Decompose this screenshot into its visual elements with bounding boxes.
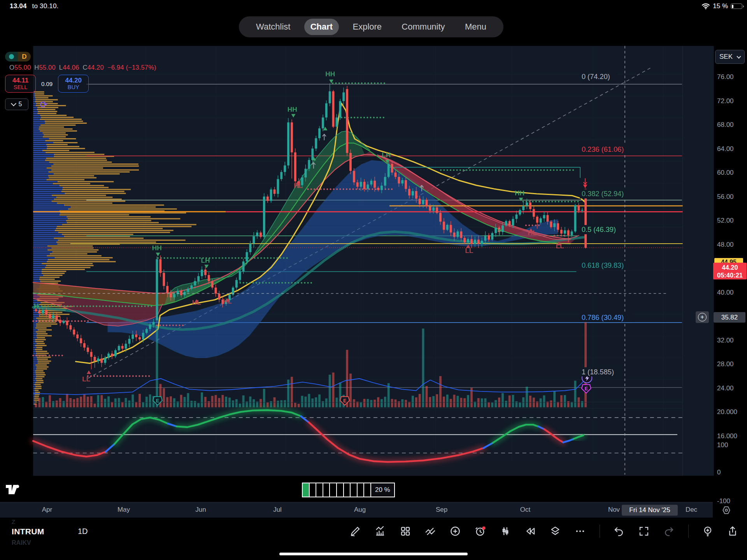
object-tree-layers-icon[interactable] <box>549 525 561 537</box>
bar-countdown: 05:40:21 <box>713 271 747 279</box>
chevron-down-icon <box>11 101 16 106</box>
status-time-date: 13.04to 30.10. <box>10 2 59 10</box>
month-label-nov: Nov <box>608 506 620 514</box>
svg-text:0.786 (30.49): 0.786 (30.49) <box>582 314 624 321</box>
month-label-jun: Jun <box>195 506 206 514</box>
month-label-aug: Aug <box>354 506 366 514</box>
price-tick: 60.00 <box>717 169 734 177</box>
month-label-jul: Jul <box>273 506 282 514</box>
price-tick: 20.000 <box>717 408 737 416</box>
chart-settings-sliders-icon[interactable] <box>500 525 511 537</box>
trade-buttons: 44.11 SELL 0.09 44.20 BUY <box>5 75 89 93</box>
alert-clock-icon[interactable] <box>474 525 486 537</box>
more-options-icon[interactable] <box>574 525 586 537</box>
fullscreen-icon[interactable] <box>638 525 650 537</box>
symbol-subtitle: RAIKV <box>12 539 31 546</box>
price-tick: 40.00 <box>717 289 734 297</box>
status-time: 13.04 <box>10 2 27 10</box>
undo-icon[interactable] <box>613 525 625 537</box>
top-navigation: Watchlist Chart Explore Community Menu <box>239 16 503 37</box>
tab-community[interactable]: Community <box>395 19 451 35</box>
buy-price: 44.20 <box>58 77 88 84</box>
price-tick: 68.00 <box>717 121 734 129</box>
buy-button[interactable]: 44.20 BUY <box>58 75 89 93</box>
layout-grid-icon[interactable] <box>400 525 411 537</box>
price-tick: 56.00 <box>717 193 734 201</box>
low-value: 44.06 <box>63 64 79 71</box>
svg-text:0 (74.20): 0 (74.20) <box>582 73 610 81</box>
price-tick: 32.00 <box>717 337 734 344</box>
timeframe-badge[interactable]: D <box>18 52 31 61</box>
price-tick: 76.00 <box>717 73 734 81</box>
svg-text:E: E <box>343 398 347 404</box>
svg-text:LH: LH <box>201 256 210 264</box>
oscillator-tick: 100 <box>717 441 728 449</box>
add-plus-icon[interactable] <box>449 525 461 537</box>
oscillator-percent-label: 20 % <box>370 483 395 497</box>
oscillator-progress-widget: 20 % <box>303 483 395 497</box>
tab-chart[interactable]: Chart <box>304 19 339 35</box>
tradingview-logo-icon[interactable] <box>5 483 21 496</box>
price-tick: 24.00 <box>717 384 734 392</box>
tab-menu[interactable]: Menu <box>459 19 493 35</box>
last-price: 44.20 <box>713 263 747 271</box>
home-indicator[interactable] <box>279 553 468 555</box>
close-value: 44.20 <box>88 64 104 71</box>
svg-text:LL: LL <box>556 242 565 250</box>
timeframe-selector[interactable]: 1D <box>78 527 88 536</box>
month-label-apr: Apr <box>42 506 52 514</box>
sell-button[interactable]: 44.11 SELL <box>5 75 36 93</box>
month-label-dec: Dec <box>686 506 697 514</box>
svg-text:LH: LH <box>382 151 391 159</box>
z-watermark: Z <box>12 518 15 525</box>
svg-text:0.382 (52.94): 0.382 (52.94) <box>582 190 624 198</box>
battery-icon <box>731 4 742 9</box>
ideas-bulb-icon[interactable] <box>702 525 714 537</box>
crosshair-date-tag: Fri 14 Nov '25 <box>622 505 678 516</box>
chevron-down-icon <box>736 54 741 58</box>
sell-price: 44.11 <box>5 77 35 84</box>
oscillator-tick: -100 <box>717 497 730 505</box>
price-tick: 52.00 <box>717 217 734 225</box>
timeframe-pill[interactable]: D <box>5 52 31 61</box>
refresh-icon[interactable]: ⟳ <box>39 100 49 110</box>
currency-label: SEK <box>719 53 733 61</box>
draw-pen-icon[interactable] <box>349 525 361 537</box>
svg-text:E: E <box>156 398 160 404</box>
chart-canvas[interactable]: HHHLHHLHLHHHLHHLHLLHHHLLLLLEEE0 (74.20)0… <box>0 46 747 518</box>
svg-text:LL: LL <box>82 375 91 383</box>
status-date-range: to 30.10. <box>32 2 59 10</box>
svg-text:0.5 (46.39): 0.5 (46.39) <box>582 226 616 233</box>
change-value: −6.94 (−13.57%) <box>107 64 156 71</box>
svg-text:E: E <box>585 386 588 391</box>
status-bar: 13.04to 30.10. 15 % <box>0 0 747 12</box>
price-tick: 64.00 <box>717 145 734 153</box>
svg-text:HH: HH <box>325 70 335 78</box>
redo-icon[interactable] <box>663 525 675 537</box>
app-screen: 13.04to 30.10. 15 % Watchlist Chart Expl… <box>0 0 747 560</box>
crosshair-add-alert-button[interactable]: + <box>696 311 709 323</box>
wifi-icon <box>701 3 710 9</box>
price-tick: 48.00 <box>717 241 734 249</box>
axis-settings-icon[interactable] <box>721 505 735 516</box>
live-dot-icon <box>9 54 14 59</box>
candle-count-selector[interactable]: 5 <box>5 98 28 110</box>
currency-selector[interactable]: SEK <box>715 50 745 64</box>
price-tick: 72.00 <box>717 97 734 105</box>
chart-analysis-icon[interactable] <box>374 525 386 537</box>
share-icon[interactable] <box>727 525 738 537</box>
open-value: 55.00 <box>14 64 31 71</box>
candle-count: 5 <box>19 101 22 108</box>
indicators-zigzag-icon[interactable] <box>424 525 436 537</box>
ohlc-readout: O55.00H55.00L44.06C44.20−6.94 (−13.57%) <box>9 64 160 71</box>
tab-explore[interactable]: Explore <box>346 19 388 35</box>
month-label-sep: Sep <box>436 506 447 514</box>
symbol-name[interactable]: INTRUM <box>12 527 44 536</box>
toolbar-divider <box>688 525 689 538</box>
month-label-oct: Oct <box>520 506 530 514</box>
svg-text:H: H <box>34 302 39 310</box>
high-value: 55.00 <box>39 64 55 71</box>
replay-rewind-icon[interactable] <box>524 525 536 537</box>
svg-text:HH: HH <box>288 105 297 113</box>
tab-watchlist[interactable]: Watchlist <box>250 19 296 35</box>
